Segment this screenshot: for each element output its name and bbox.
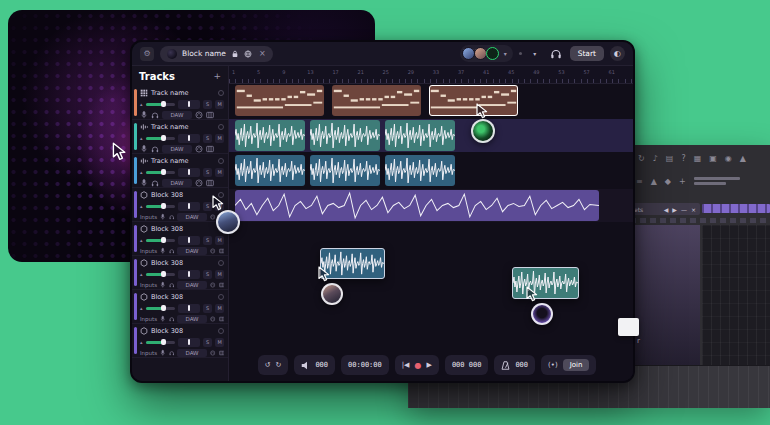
- profile-button[interactable]: ◐: [610, 46, 625, 61]
- skip-start-button[interactable]: |◀: [402, 361, 410, 369]
- solo-button[interactable]: S: [203, 100, 212, 109]
- mic-icon[interactable]: [160, 349, 165, 357]
- headphones-icon[interactable]: [151, 145, 159, 153]
- headphones-icon[interactable]: [169, 315, 174, 323]
- solo-button[interactable]: S: [203, 338, 212, 347]
- volume-slider[interactable]: [146, 205, 176, 208]
- pan-fader[interactable]: [178, 202, 200, 211]
- midi-connector-icon[interactable]: [195, 145, 203, 153]
- volume-slider[interactable]: [146, 341, 176, 344]
- mic-icon[interactable]: [140, 145, 148, 153]
- daw-selector[interactable]: DAW: [177, 247, 207, 255]
- metronome-icon[interactable]: [501, 361, 510, 370]
- volume-slider[interactable]: [146, 137, 176, 140]
- dragged-audio-clip[interactable]: [512, 267, 579, 299]
- track-row[interactable]: Track name ▴ S M DAW: [132, 120, 228, 154]
- pan-fader[interactable]: [178, 304, 200, 313]
- piano-keys-icon[interactable]: [206, 111, 214, 119]
- solo-button[interactable]: S: [203, 270, 212, 279]
- daw-selector[interactable]: DAW: [177, 281, 207, 289]
- mute-button[interactable]: M: [215, 236, 224, 245]
- collapse-icon[interactable]: ▴: [140, 271, 143, 277]
- mute-button[interactable]: M: [215, 338, 224, 347]
- record-arm-button[interactable]: [218, 294, 224, 300]
- mic-icon[interactable]: [160, 213, 165, 221]
- midi-connector-icon[interactable]: [210, 213, 215, 221]
- pan-fader[interactable]: [178, 100, 200, 109]
- volume-slider[interactable]: [146, 307, 176, 310]
- solo-button[interactable]: S: [203, 304, 212, 313]
- collapse-icon[interactable]: ▴: [140, 135, 143, 141]
- midi-connector-icon[interactable]: [195, 179, 203, 187]
- pan-fader[interactable]: [178, 168, 200, 177]
- long-audio-clip[interactable]: [235, 190, 599, 221]
- headphones-button[interactable]: [548, 46, 564, 62]
- headphones-icon[interactable]: [169, 349, 174, 357]
- daw-selector[interactable]: DAW: [162, 111, 192, 119]
- midi-clip[interactable]: [429, 85, 518, 116]
- collapse-icon[interactable]: ▴: [140, 101, 143, 107]
- project-tab[interactable]: Block name ×: [160, 46, 273, 62]
- globe-icon[interactable]: [244, 50, 252, 58]
- track-row[interactable]: Track name ▴ S M DAW: [132, 86, 228, 120]
- mic-icon[interactable]: [160, 315, 165, 323]
- solo-button[interactable]: S: [203, 134, 212, 143]
- midi-connector-icon[interactable]: [195, 111, 203, 119]
- speaker-icon[interactable]: [301, 361, 310, 370]
- solo-button[interactable]: S: [203, 236, 212, 245]
- pan-fader[interactable]: [178, 134, 200, 143]
- piano-keys-icon[interactable]: [206, 145, 214, 153]
- settings-icon[interactable]: ⚙: [140, 47, 154, 61]
- record-arm-button[interactable]: [218, 158, 224, 164]
- pan-fader[interactable]: [178, 270, 200, 279]
- mic-icon[interactable]: [160, 281, 165, 289]
- collapse-icon[interactable]: ▴: [140, 339, 143, 345]
- lock-icon[interactable]: [231, 50, 239, 58]
- close-tab-icon[interactable]: ×: [259, 49, 266, 58]
- collaborator-avatars[interactable]: ▾: [460, 45, 513, 62]
- headphones-icon[interactable]: [151, 111, 159, 119]
- headphones-icon[interactable]: [169, 247, 174, 255]
- volume-slider[interactable]: [146, 103, 176, 106]
- collapse-icon[interactable]: ▴: [140, 203, 143, 209]
- arrangement-area[interactable]: [229, 84, 635, 381]
- track-row[interactable]: Block 308 ▴ S M Inputs DAW: [132, 324, 228, 358]
- piano-keys-icon[interactable]: [219, 247, 224, 255]
- mute-button[interactable]: M: [215, 134, 224, 143]
- daw-selector[interactable]: DAW: [177, 315, 207, 323]
- piano-keys-icon[interactable]: [206, 179, 214, 187]
- record-button[interactable]: ●: [415, 361, 422, 370]
- audio-clip[interactable]: [310, 155, 380, 186]
- piano-keys-icon[interactable]: [219, 349, 224, 357]
- midi-connector-icon[interactable]: [210, 315, 215, 323]
- undo-button[interactable]: ↺: [265, 361, 271, 369]
- track-row[interactable]: Block 308 ▴ S M Inputs DAW: [132, 256, 228, 290]
- mic-icon[interactable]: [140, 111, 148, 119]
- daw-selector[interactable]: DAW: [177, 349, 207, 357]
- join-button[interactable]: Join: [563, 359, 590, 371]
- track-row[interactable]: Track name ▴ S M DAW: [132, 154, 228, 188]
- headphones-icon[interactable]: [151, 179, 159, 187]
- solo-button[interactable]: S: [203, 168, 212, 177]
- solo-button[interactable]: S: [203, 202, 212, 211]
- midi-connector-icon[interactable]: [210, 247, 215, 255]
- mic-icon[interactable]: [160, 247, 165, 255]
- mute-button[interactable]: M: [215, 168, 224, 177]
- midi-connector-icon[interactable]: [210, 349, 215, 357]
- record-arm-button[interactable]: [218, 260, 224, 266]
- audio-clip[interactable]: [385, 155, 455, 186]
- track-row[interactable]: Block 308 ▴ S M Inputs DAW: [132, 290, 228, 324]
- pan-fader[interactable]: [178, 236, 200, 245]
- audio-clip[interactable]: [310, 120, 380, 151]
- nav-prev-icon[interactable]: ◀: [664, 206, 669, 213]
- mute-button[interactable]: M: [215, 304, 224, 313]
- start-button[interactable]: Start: [570, 46, 604, 61]
- audio-clip[interactable]: [385, 120, 455, 151]
- minimize-icon[interactable]: —: [681, 206, 687, 213]
- mute-button[interactable]: M: [215, 100, 224, 109]
- track-row[interactable]: Block 308 ▴ S M Inputs DAW: [132, 222, 228, 256]
- piano-keys-icon[interactable]: [219, 281, 224, 289]
- piano-keys-icon[interactable]: [219, 315, 224, 323]
- nav-next-icon[interactable]: ▶: [672, 206, 677, 213]
- daw-selector[interactable]: DAW: [177, 213, 207, 221]
